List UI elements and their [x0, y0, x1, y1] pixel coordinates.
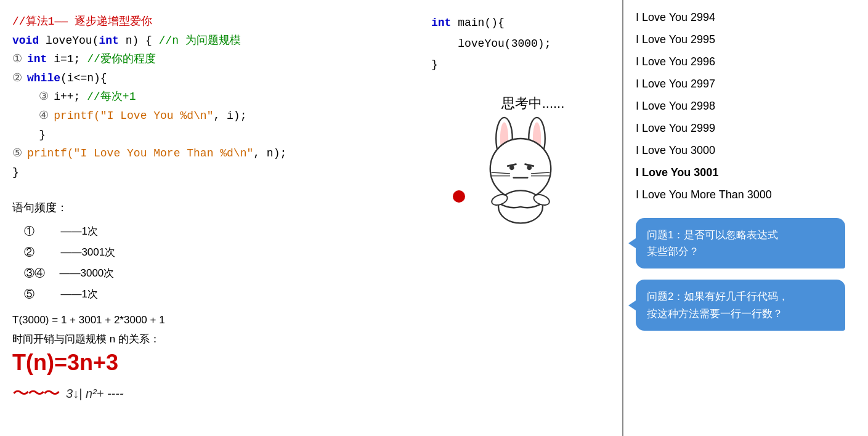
output-item-2999: I Love You 2999 [636, 117, 856, 139]
main-container: //算法1—— 逐步递增型爱你 void loveYou(int n) { //… [0, 0, 868, 436]
main-code-line-3: } [431, 54, 551, 75]
output-item-3001: I Love You 3001 [636, 161, 856, 184]
formula-line2: 时间开销与问题规模 n 的关系： [12, 330, 407, 349]
code-section: //算法1—— 逐步递增型爱你 void loveYou(int n) { //… [12, 12, 407, 182]
bunny-area: 思考中...... [425, 94, 616, 230]
output-item-2998: I Love You 2998 [636, 95, 856, 117]
chat-bubble-2: 问题2：如果有好几千行代码，按这种方法需要一行一行数？ [636, 280, 845, 330]
main-code-line-1: int main(){ [431, 12, 551, 33]
code-title: //算法1—— 逐步递增型爱你 [12, 12, 407, 31]
output-item-2994: I Love You 2994 [636, 6, 856, 28]
code-line-3: ③i++; //每次+1 [12, 87, 407, 107]
analysis-row-2: ② ——3001次 [12, 242, 407, 263]
analysis-row-1: ① ——1次 [12, 221, 407, 242]
chat-area: 问题1：是否可以忽略表达式某些部分？ 问题2：如果有好几千行代码，按这种方法需要… [636, 218, 856, 331]
chat-bubble-1-text: 问题1：是否可以忽略表达式某些部分？ [647, 229, 778, 257]
code-line-void: void loveYou(int n) { //n 为问题规模 [12, 31, 407, 50]
analysis-title: 语句频度： [12, 196, 407, 219]
formula-line1: T(3000) = 1 + 3001 + 2*3000 + 1 [12, 311, 407, 330]
formula-section: T(3000) = 1 + 3001 + 2*3000 + 1 时间开销与问题规… [12, 311, 407, 409]
code-line-2: ②while(i<=n){ [12, 69, 407, 88]
handwritten-formula: 3↓| n²+ ---- [66, 382, 124, 405]
bunny-container [471, 116, 570, 230]
thinking-text: 思考中...... [501, 94, 565, 113]
left-panel: //算法1—— 逐步递增型爱你 void loveYou(int n) { //… [0, 0, 419, 436]
output-item-3000: I Love You 3000 [636, 139, 856, 161]
code-title-text: //算法1—— 逐步递增型爱你 [12, 15, 152, 28]
svg-point-8 [527, 165, 532, 170]
middle-panel: int main(){ loveYou(3000); } 思考中...... [419, 0, 622, 436]
output-item-2996: I Love You 2996 [636, 50, 856, 73]
bunny-illustration [471, 116, 570, 227]
analysis-row-34: ③④ ——3000次 [12, 263, 407, 284]
tn-formula: T(n)=3n+3 [12, 349, 407, 376]
svg-point-7 [509, 165, 514, 170]
main-code-block: int main(){ loveYou(3000); } [425, 12, 551, 76]
output-list: I Love You 2994 I Love You 2995 I Love Y… [636, 6, 856, 206]
chat-bubble-2-text: 问题2：如果有好几千行代码，按这种方法需要一行一行数？ [647, 291, 789, 319]
right-panel: I Love You 2994 I Love You 2995 I Love Y… [622, 0, 868, 436]
code-line-end: } [12, 163, 407, 182]
chat-bubble-1: 问题1：是否可以忽略表达式某些部分？ [636, 218, 845, 268]
code-line-brace: } [12, 126, 407, 145]
code-line-5: ⑤printf("I Love You More Than %d\n", n); [12, 144, 407, 163]
code-line-4: ④printf("I Love You %d\n", i); [12, 107, 407, 126]
main-code-line-2: loveYou(3000); [431, 33, 551, 54]
output-item-2995: I Love You 2995 [636, 28, 856, 50]
analysis-row-5: ⑤ ——1次 [12, 284, 407, 305]
output-item-more: I Love You More Than 3000 [636, 184, 856, 206]
red-dot [453, 190, 465, 203]
output-item-2997: I Love You 2997 [636, 73, 856, 95]
analysis-section: 语句频度： ① ——1次 ② ——3001次 ③④ ——3000次 ⑤ ——1次 [12, 196, 407, 305]
wavy-underline: 〜〜〜 [12, 378, 59, 409]
code-line-1: ①int i=1; //爱你的程度 [12, 50, 407, 69]
